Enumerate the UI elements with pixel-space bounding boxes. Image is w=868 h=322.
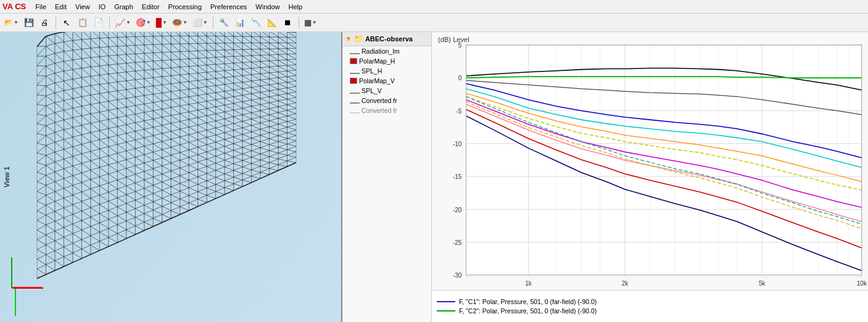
grid-icon: ▦ [304,18,312,27]
donut-icon: 🍩 [172,18,182,27]
svg-text:-30: -30 [453,272,462,279]
viewport-3d[interactable]: View 1 [0,32,342,322]
paste-button[interactable]: 📄 [91,15,106,30]
tool2-button[interactable]: 📊 [233,15,247,30]
polar-icon: 🎯 [136,18,146,27]
menu-view[interactable]: View [71,2,94,12]
cursor-icon: ↖ [63,18,70,28]
view-label: View 1 [3,167,10,188]
menu-file[interactable]: File [31,2,51,12]
legend-line-c1 [437,301,455,302]
splv-line-icon [350,88,360,94]
tool1-icon: 🔧 [219,18,229,27]
save-button[interactable]: 💾 [22,15,36,30]
svg-text:-20: -20 [453,206,462,213]
tree-item-radiation[interactable]: Radiation_Im [342,46,431,56]
project-icon: 📁 [354,35,363,43]
print-icon: 🖨 [41,18,49,27]
tree-item-converted1[interactable]: Converted fr [342,96,431,105]
graph-area[interactable]: (dB) Level [432,32,868,290]
tree-item-polarmaph[interactable]: PolarMap_H [342,56,431,66]
graph-panel: (dB) Level [432,32,868,322]
donut-arrow: ▼ [183,20,188,25]
svg-text:-5: -5 [456,108,461,115]
tree-item-polarmapv[interactable]: PolarMap_V [342,76,431,86]
legend-line-c2 [437,310,455,312]
svg-text:5: 5 [458,42,462,49]
main-area: View 1 ▼ 📁 ABEC-observa Radiation_Im Pol… [0,32,868,322]
tree-header: ▼ 📁 ABEC-observa [342,32,431,46]
menu-help[interactable]: Help [284,2,307,12]
tool2-icon: 📊 [235,18,245,27]
tree-item-converted2-label: Converted fr [362,107,397,114]
tree-item-polarmaph-label: PolarMap_H [359,57,395,65]
tool3-icon: 📉 [251,18,261,27]
menu-editor[interactable]: Editor [138,2,164,12]
mesh-canvas [0,32,341,322]
axis-indicator [11,254,48,288]
app-logo: VA CS [2,2,26,10]
stop-button[interactable]: ⏹ [281,15,296,30]
svg-text:1k: 1k [525,280,532,287]
menu-edit[interactable]: Edit [51,2,71,12]
box-button[interactable]: ⬜ ▼ [191,15,210,30]
tree-item-splh-label: SPL_H [362,67,382,75]
menu-io[interactable]: IO [94,2,110,12]
folder-icon: ▼ [345,35,352,43]
grid-arrow: ▼ [312,20,317,25]
graph-svg: (dB) Level [432,32,868,290]
tree-item-polarmapv-label: PolarMap_V [359,77,395,85]
sep1 [56,17,56,29]
legend-item-c2: F, "C2": Polar, Pressure, 501, 0 (far-fi… [437,307,863,315]
donut-button[interactable]: 🍩 ▼ [170,15,189,30]
open-button[interactable]: 📂 ▼ [2,15,20,30]
open-arrow: ▼ [14,20,19,25]
toolbar: 📂 ▼ 💾 🖨 ↖ 📋 📄 📈 ▼ 🎯 ▼ █ ▼ 🍩 ▼ ⬜ ▼ 🔧 📊 📉 … [0,14,868,32]
tool4-button[interactable]: 📐 [265,15,279,30]
line-chart-icon: 📈 [115,18,125,28]
menu-processing[interactable]: Processing [164,2,206,12]
converted1-line-icon [350,97,360,104]
polarmaph-swatch [350,58,357,64]
converted2-line-icon [350,107,360,114]
paste-icon: 📄 [94,18,104,27]
menu-preferences[interactable]: Preferences [206,2,251,12]
x-axis [11,287,42,288]
stop-icon: ⏹ [284,18,292,27]
splh-line-icon [350,68,360,74]
svg-text:2k: 2k [622,280,629,287]
radiation-line-icon [350,48,360,54]
tree-panel: ▼ 📁 ABEC-observa Radiation_Im PolarMap_H… [342,32,432,322]
svg-text:(dB)  Level: (dB) Level [438,36,469,43]
menubar: VA CS File Edit View IO Graph Editor Pro… [0,0,868,14]
print-button[interactable]: 🖨 [38,15,52,30]
line-chart-button[interactable]: 📈 ▼ [113,15,133,30]
tree-item-splv-label: SPL_V [362,87,382,94]
polarmapv-swatch [350,78,357,84]
legend-item-c1: F, "C1": Polar, Pressure, 501, 0 (far-fi… [437,298,863,305]
sep3 [213,17,213,29]
grid-button[interactable]: ▦ ▼ [302,15,319,30]
tool1-button[interactable]: 🔧 [217,15,231,30]
box-arrow: ▼ [203,20,208,25]
tool3-button[interactable]: 📉 [249,15,263,30]
svg-text:10k: 10k [857,280,867,287]
menu-window[interactable]: Window [251,2,284,12]
tree-item-radiation-label: Radiation_Im [362,47,400,55]
color-icon: █ [156,18,162,27]
tree-item-splv[interactable]: SPL_V [342,86,431,96]
sep2 [109,17,110,29]
color-arrow: ▼ [162,20,167,25]
save-icon: 💾 [24,18,34,27]
open-icon: 📂 [4,19,13,27]
polar-button[interactable]: 🎯 ▼ [134,15,153,30]
copy-button[interactable]: 📋 [75,15,90,30]
line-chart-arrow: ▼ [126,20,131,25]
box-icon: ⬜ [192,18,202,27]
tree-item-splh[interactable]: SPL_H [342,66,431,76]
menu-graph[interactable]: Graph [110,2,138,12]
svg-text:-25: -25 [453,239,462,246]
cursor-button[interactable]: ↖ [59,15,74,30]
color-button[interactable]: █ ▼ [154,15,169,30]
tree-item-converted2[interactable]: Converted fr [342,105,431,115]
